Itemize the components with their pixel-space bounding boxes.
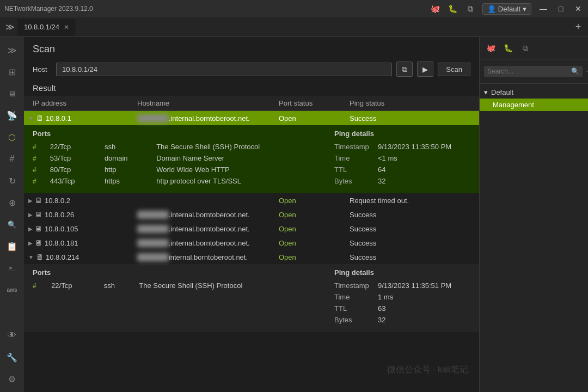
- sidebar-icon-refresh[interactable]: ↻: [2, 171, 22, 191]
- bug-sidebar-icon[interactable]: 🐛: [501, 41, 514, 54]
- col-header-ip: IP address: [24, 96, 133, 111]
- expand-toggle-icon[interactable]: ▼: [28, 254, 34, 260]
- ping-section-title: Ping details: [334, 130, 470, 138]
- sidebar-icon-settings[interactable]: ⚙: [2, 369, 22, 389]
- profile-tree: ▾ Default Management: [480, 84, 588, 113]
- minimize-button[interactable]: —: [538, 4, 549, 13]
- content-area: Scan Host ⧉ ▶ Scan Result IP address Ho: [24, 37, 588, 392]
- sidebar-icon-network[interactable]: 📡: [2, 106, 22, 125]
- host-expand-cell: ▼ 🖥 10.8.0.214: [28, 253, 128, 261]
- tab-close-icon[interactable]: ✕: [64, 23, 69, 31]
- expand-toggle-icon[interactable]: ▶: [28, 240, 33, 246]
- sidebar-icon-dashboard[interactable]: ⊞: [2, 62, 22, 82]
- host-expand-cell: ▶ 🖥 10.8.0.26: [28, 210, 128, 219]
- table-row[interactable]: ▶ 🖥 10.8.0.105 .internal.borntoberoot.ne…: [24, 222, 479, 236]
- expand-toggle-icon[interactable]: ▶: [28, 198, 33, 204]
- port-number-cell: 22/Tcp: [47, 280, 100, 291]
- maximize-button[interactable]: □: [555, 4, 566, 13]
- copy-icon[interactable]: ⧉: [465, 4, 476, 14]
- blurred-hostname: [137, 253, 169, 261]
- sidebar-icon-tools[interactable]: 🔧: [2, 347, 22, 367]
- expand-toggle-icon[interactable]: ▶: [28, 226, 33, 232]
- scan-title: Scan: [33, 44, 470, 55]
- search-input[interactable]: [487, 68, 569, 75]
- user-dropdown[interactable]: 👤 Default ▾: [482, 3, 531, 15]
- host-ip-text: 10.8.0.214: [46, 253, 79, 261]
- ping-ts-value: 9/13/2023 11:35:51 PM: [378, 280, 458, 291]
- port-icon: #: [33, 143, 36, 151]
- close-button[interactable]: ✕: [573, 4, 584, 13]
- host-port-status-cell: Open: [274, 111, 345, 126]
- blurred-hostname: [137, 225, 169, 233]
- port-icon-cell: #: [33, 280, 47, 291]
- scan-button[interactable]: Scan: [438, 63, 470, 76]
- host-port-status-cell: Open: [274, 207, 345, 222]
- main-panel: Scan Host ⧉ ▶ Scan Result IP address Ho: [24, 37, 479, 392]
- sidebar-icon-hashtag[interactable]: #: [2, 149, 22, 169]
- sidebar-icon-search[interactable]: 🔍: [2, 215, 22, 234]
- right-sidebar: 🐙 🐛 ⧉ 🔍 + ▾ Default Management: [479, 37, 588, 392]
- host-expand-cell: ▶ 🖥 10.8.0.181: [28, 238, 128, 247]
- port-row: # 53/Tcp domain Domain Name Server: [33, 152, 334, 164]
- ping-status-text: Success: [350, 253, 376, 261]
- bug-icon[interactable]: 🐛: [448, 4, 458, 13]
- tree-item-default[interactable]: ▾ Default: [480, 86, 588, 99]
- ping-ts-value: 9/13/2023 11:35:50 PM: [378, 141, 458, 152]
- host-computer-icon: 🖥: [35, 238, 42, 247]
- ping-ttl-value: 63: [378, 303, 458, 314]
- github-sidebar-icon[interactable]: 🐙: [484, 41, 497, 54]
- sidebar-icon-terminal[interactable]: >_: [2, 258, 22, 278]
- port-service-cell: https: [100, 175, 152, 187]
- tab-nav-forward[interactable]: ≫: [2, 20, 17, 35]
- ping-status-text: Success: [350, 239, 376, 247]
- tab-label: 10.8.0.1/24: [24, 23, 59, 31]
- detail-row: Ports # 22/Tcp ssh The Secure Shell (SSH…: [24, 264, 479, 332]
- host-computer-icon: 🖥: [35, 196, 42, 205]
- expand-toggle-icon[interactable]: ▼: [28, 115, 34, 121]
- ping-bytes-label: Bytes: [334, 175, 378, 187]
- ping-time-value: 1 ms: [378, 291, 458, 303]
- tab-10-8-0-1-24[interactable]: 10.8.0.1/24 ✕: [17, 19, 76, 36]
- main-layout: ≫ ⊞ 🖥 📡 ⬡ # ↻ ⊕ 🔍 📋 >_ aws 👁 🔧 ⚙ Scan Ho…: [0, 37, 588, 392]
- ports-section-title: Ports: [33, 130, 334, 138]
- tree-item-management[interactable]: Management: [480, 99, 588, 111]
- right-sidebar-top-icons: 🐙 🐛 ⧉: [480, 37, 588, 59]
- user-name: Default: [498, 5, 520, 13]
- add-profile-button[interactable]: +: [586, 65, 588, 78]
- port-icon-cell: #: [33, 152, 46, 164]
- table-row[interactable]: ▶ 🖥 10.8.0.181 .internal.borntoberoot.ne…: [24, 236, 479, 250]
- port-number-cell: 53/Tcp: [46, 152, 100, 164]
- detail-row: Ports # 22/Tcp ssh The Secure Shell (SSH…: [24, 125, 479, 193]
- ports-table: # 22/Tcp ssh The Secure Shell (SSH) Prot…: [33, 280, 334, 291]
- table-row[interactable]: ▶ 🖥 10.8.0.26 .internal.borntoberoot.net…: [24, 207, 479, 222]
- host-input[interactable]: [56, 63, 392, 76]
- github-icon[interactable]: 🐙: [430, 4, 441, 13]
- host-ip-text: 10.8.0.1: [46, 114, 71, 122]
- ping-ttl-label: TTL: [334, 164, 378, 175]
- search-bar[interactable]: 🔍: [484, 66, 583, 77]
- sidebar-icon-scan[interactable]: ⊕: [2, 193, 22, 212]
- tab-bar: ≫ 10.8.0.1/24 ✕ +: [0, 17, 588, 37]
- port-service-cell: http: [100, 164, 152, 175]
- sidebar-icon-connections[interactable]: ⬡: [2, 127, 22, 147]
- clone-icon-button[interactable]: ⧉: [396, 62, 413, 77]
- play-button[interactable]: ▶: [417, 62, 433, 77]
- host-ip-text: 10.8.0.105: [45, 225, 78, 233]
- expand-toggle-icon[interactable]: ▶: [28, 212, 33, 218]
- ping-status-text: Success: [350, 211, 376, 219]
- table-row[interactable]: ▶ 🖥 10.8.0.2 Open Request timed out.: [24, 193, 479, 207]
- right-sidebar-header: 🔍 +: [480, 59, 588, 84]
- sidebar-collapse-icon[interactable]: ≫: [2, 40, 22, 60]
- table-row[interactable]: ▼ 🖥 10.8.0.214 internal.borntoberoot.net…: [24, 250, 479, 264]
- sidebar-icon-clipboard[interactable]: 📋: [2, 236, 22, 256]
- port-row: # 80/Tcp http World Wide Web HTTP: [33, 164, 334, 175]
- tab-add-button[interactable]: +: [571, 20, 586, 35]
- sidebar-icon-view[interactable]: 👁: [2, 326, 22, 345]
- ports-section-title: Ports: [33, 268, 334, 277]
- app-title: NETworkManager 2023.9.12.0: [4, 5, 426, 13]
- sidebar-icon-aws[interactable]: aws: [2, 280, 22, 299]
- copy-sidebar-icon[interactable]: ⧉: [519, 41, 532, 54]
- table-row[interactable]: ▼ 🖥 10.8.0.1 .internal.borntoberoot.net.…: [24, 111, 479, 126]
- detail-cell: Ports # 22/Tcp ssh The Secure Shell (SSH…: [24, 264, 479, 332]
- sidebar-icon-hosts[interactable]: 🖥: [2, 84, 22, 103]
